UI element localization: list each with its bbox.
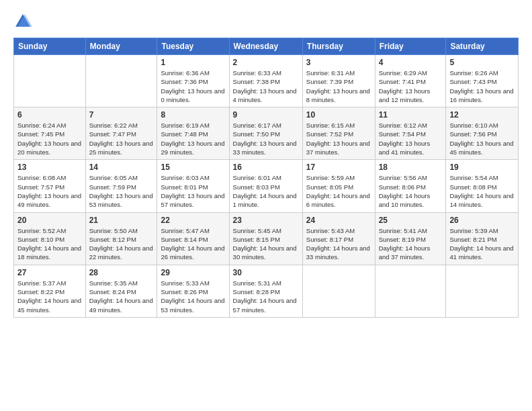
- weekday-header-monday: Monday: [85, 38, 157, 55]
- calendar-cell: 18Sunrise: 5:56 AM Sunset: 8:06 PM Dayli…: [375, 160, 446, 212]
- day-number: 16: [233, 163, 299, 172]
- week-row-1: 1Sunrise: 6:36 AM Sunset: 7:36 PM Daylig…: [14, 55, 519, 107]
- day-info: Sunrise: 5:47 AM Sunset: 8:14 PM Dayligh…: [161, 226, 225, 262]
- calendar-cell: 12Sunrise: 6:10 AM Sunset: 7:56 PM Dayli…: [446, 107, 519, 160]
- day-number: 12: [449, 110, 515, 120]
- day-info: Sunrise: 5:31 AM Sunset: 8:28 PM Dayligh…: [233, 279, 299, 314]
- calendar-cell: 25Sunrise: 5:41 AM Sunset: 8:19 PM Dayli…: [375, 212, 446, 265]
- day-number: 21: [89, 216, 154, 225]
- calendar-cell: 23Sunrise: 5:45 AM Sunset: 8:15 PM Dayli…: [229, 212, 302, 265]
- logo: [13, 12, 35, 31]
- day-number: 26: [449, 216, 515, 225]
- calendar-cell: 26Sunrise: 5:39 AM Sunset: 8:21 PM Dayli…: [446, 212, 519, 265]
- day-info: Sunrise: 6:12 AM Sunset: 7:54 PM Dayligh…: [379, 121, 443, 156]
- day-number: 8: [161, 110, 225, 120]
- calendar-cell: 8Sunrise: 6:19 AM Sunset: 7:48 PM Daylig…: [157, 107, 229, 160]
- week-row-2: 6Sunrise: 6:24 AM Sunset: 7:45 PM Daylig…: [14, 107, 519, 160]
- header: [13, 12, 519, 31]
- day-number: 23: [233, 216, 299, 225]
- day-number: 6: [17, 110, 82, 120]
- day-info: Sunrise: 5:43 AM Sunset: 8:17 PM Dayligh…: [306, 226, 371, 262]
- calendar-cell: [446, 265, 519, 317]
- day-number: 14: [89, 163, 154, 172]
- calendar-cell: 11Sunrise: 6:12 AM Sunset: 7:54 PM Dayli…: [375, 107, 446, 160]
- page: SundayMondayTuesdayWednesdayThursdayFrid…: [0, 0, 532, 411]
- calendar-cell: 16Sunrise: 6:01 AM Sunset: 8:03 PM Dayli…: [229, 160, 302, 212]
- day-info: Sunrise: 6:15 AM Sunset: 7:52 PM Dayligh…: [306, 121, 371, 156]
- day-number: 13: [17, 163, 82, 172]
- day-number: 25: [379, 216, 443, 225]
- day-info: Sunrise: 6:19 AM Sunset: 7:48 PM Dayligh…: [161, 121, 225, 156]
- day-number: 15: [161, 163, 225, 172]
- weekday-header-sunday: Sunday: [14, 38, 86, 55]
- day-info: Sunrise: 5:39 AM Sunset: 8:21 PM Dayligh…: [449, 226, 515, 262]
- weekday-header-wednesday: Wednesday: [229, 38, 302, 55]
- calendar-cell: 4Sunrise: 6:29 AM Sunset: 7:41 PM Daylig…: [375, 55, 446, 107]
- day-info: Sunrise: 6:17 AM Sunset: 7:50 PM Dayligh…: [233, 121, 299, 156]
- week-row-4: 20Sunrise: 5:52 AM Sunset: 8:10 PM Dayli…: [14, 212, 519, 265]
- day-number: 2: [233, 58, 299, 67]
- day-info: Sunrise: 5:59 AM Sunset: 8:05 PM Dayligh…: [306, 173, 371, 209]
- week-row-3: 13Sunrise: 6:08 AM Sunset: 7:57 PM Dayli…: [14, 160, 519, 212]
- calendar-cell: 28Sunrise: 5:35 AM Sunset: 8:24 PM Dayli…: [85, 265, 157, 317]
- calendar-cell: 1Sunrise: 6:36 AM Sunset: 7:36 PM Daylig…: [157, 55, 229, 107]
- day-info: Sunrise: 6:03 AM Sunset: 8:01 PM Dayligh…: [161, 173, 225, 209]
- day-number: 7: [89, 110, 154, 120]
- day-number: 3: [306, 58, 371, 67]
- calendar-cell: 30Sunrise: 5:31 AM Sunset: 8:28 PM Dayli…: [229, 265, 302, 317]
- day-info: Sunrise: 6:01 AM Sunset: 8:03 PM Dayligh…: [233, 173, 299, 209]
- calendar-cell: 24Sunrise: 5:43 AM Sunset: 8:17 PM Dayli…: [302, 212, 375, 265]
- calendar-cell: 10Sunrise: 6:15 AM Sunset: 7:52 PM Dayli…: [302, 107, 375, 160]
- day-number: 22: [161, 216, 225, 225]
- calendar-cell: 14Sunrise: 6:05 AM Sunset: 7:59 PM Dayli…: [85, 160, 157, 212]
- day-info: Sunrise: 6:29 AM Sunset: 7:41 PM Dayligh…: [379, 68, 443, 104]
- calendar-cell: 6Sunrise: 6:24 AM Sunset: 7:45 PM Daylig…: [14, 107, 86, 160]
- day-number: 24: [306, 216, 371, 225]
- calendar-cell: 3Sunrise: 6:31 AM Sunset: 7:39 PM Daylig…: [302, 55, 375, 107]
- day-info: Sunrise: 6:10 AM Sunset: 7:56 PM Dayligh…: [449, 121, 515, 156]
- calendar-cell: 27Sunrise: 5:37 AM Sunset: 8:22 PM Dayli…: [14, 265, 86, 317]
- logo-icon: [13, 12, 32, 31]
- day-number: 28: [89, 268, 154, 277]
- calendar-cell: 21Sunrise: 5:50 AM Sunset: 8:12 PM Dayli…: [85, 212, 157, 265]
- day-info: Sunrise: 5:35 AM Sunset: 8:24 PM Dayligh…: [89, 279, 154, 314]
- day-info: Sunrise: 6:26 AM Sunset: 7:43 PM Dayligh…: [449, 68, 515, 104]
- weekday-header-row: SundayMondayTuesdayWednesdayThursdayFrid…: [14, 38, 519, 55]
- day-number: 18: [379, 163, 443, 172]
- day-number: 19: [449, 163, 515, 172]
- day-number: 1: [161, 58, 225, 67]
- day-number: 11: [379, 110, 443, 120]
- calendar-cell: 15Sunrise: 6:03 AM Sunset: 8:01 PM Dayli…: [157, 160, 229, 212]
- day-info: Sunrise: 6:08 AM Sunset: 7:57 PM Dayligh…: [17, 173, 82, 209]
- calendar-cell: 17Sunrise: 5:59 AM Sunset: 8:05 PM Dayli…: [302, 160, 375, 212]
- calendar-cell: 9Sunrise: 6:17 AM Sunset: 7:50 PM Daylig…: [229, 107, 302, 160]
- day-number: 30: [233, 268, 299, 277]
- day-number: 9: [233, 110, 299, 120]
- day-info: Sunrise: 5:54 AM Sunset: 8:08 PM Dayligh…: [449, 173, 515, 209]
- calendar-table: SundayMondayTuesdayWednesdayThursdayFrid…: [13, 38, 519, 318]
- day-info: Sunrise: 6:24 AM Sunset: 7:45 PM Dayligh…: [17, 121, 82, 156]
- day-info: Sunrise: 6:05 AM Sunset: 7:59 PM Dayligh…: [89, 173, 154, 209]
- calendar-cell: [302, 265, 375, 317]
- weekday-header-thursday: Thursday: [302, 38, 375, 55]
- calendar-cell: [14, 55, 86, 107]
- day-number: 5: [449, 58, 515, 67]
- calendar-cell: [375, 265, 446, 317]
- day-number: 10: [306, 110, 371, 120]
- calendar-cell: 7Sunrise: 6:22 AM Sunset: 7:47 PM Daylig…: [85, 107, 157, 160]
- day-info: Sunrise: 5:37 AM Sunset: 8:22 PM Dayligh…: [17, 279, 82, 314]
- calendar-cell: 5Sunrise: 6:26 AM Sunset: 7:43 PM Daylig…: [446, 55, 519, 107]
- day-info: Sunrise: 5:52 AM Sunset: 8:10 PM Dayligh…: [17, 226, 82, 262]
- weekday-header-saturday: Saturday: [446, 38, 519, 55]
- day-info: Sunrise: 6:22 AM Sunset: 7:47 PM Dayligh…: [89, 121, 154, 156]
- day-number: 17: [306, 163, 371, 172]
- week-row-5: 27Sunrise: 5:37 AM Sunset: 8:22 PM Dayli…: [14, 265, 519, 317]
- calendar-cell: 13Sunrise: 6:08 AM Sunset: 7:57 PM Dayli…: [14, 160, 86, 212]
- weekday-header-tuesday: Tuesday: [157, 38, 229, 55]
- day-number: 4: [379, 58, 443, 67]
- calendar-cell: [85, 55, 157, 107]
- day-number: 27: [17, 268, 82, 277]
- day-info: Sunrise: 5:50 AM Sunset: 8:12 PM Dayligh…: [89, 226, 154, 262]
- calendar-cell: 29Sunrise: 5:33 AM Sunset: 8:26 PM Dayli…: [157, 265, 229, 317]
- calendar-cell: 22Sunrise: 5:47 AM Sunset: 8:14 PM Dayli…: [157, 212, 229, 265]
